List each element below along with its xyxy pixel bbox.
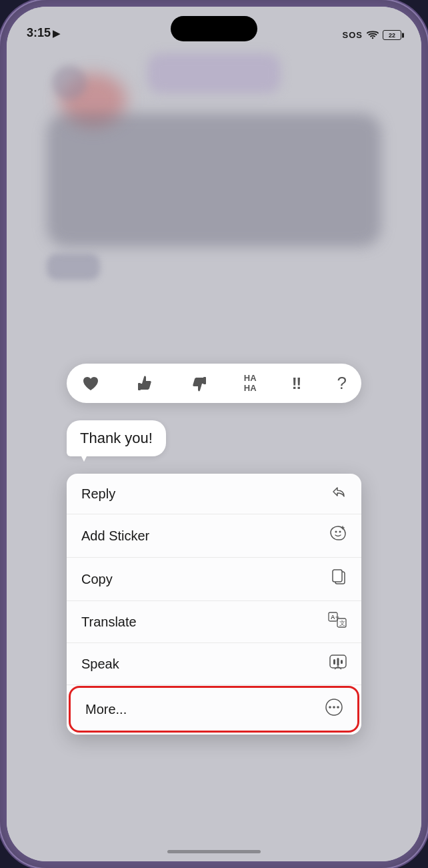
sos-indicator: SOS [343,30,363,40]
svg-point-16 [333,706,335,709]
home-indicator [167,850,261,853]
menu-item-add-sticker[interactable]: Add Sticker [67,514,361,558]
speak-icon [329,654,347,674]
haha-label: HAHA [244,374,257,393]
wifi-icon [367,31,379,40]
phone-screen: 3:15 ▶ SOS 22 [7,7,421,861]
context-menu: Reply Add Sticker [67,474,361,735]
bg-blur-3 [47,113,381,247]
reaction-thumbs-down[interactable] [190,374,209,393]
menu-item-copy[interactable]: Copy [67,558,361,601]
question-label: ? [337,373,347,394]
reaction-thumbs-up[interactable] [135,374,154,393]
svg-rect-1 [203,377,206,384]
menu-item-reply[interactable]: Reply [67,474,361,514]
svg-point-17 [337,706,339,709]
copy-icon [331,568,347,590]
svg-point-3 [335,531,337,533]
menu-item-speak[interactable]: Speak [67,643,361,685]
bg-blur-1 [147,53,281,93]
svg-rect-5 [333,570,342,582]
reaction-bar: HAHA ‼ ? [67,364,361,403]
reaction-heart[interactable] [81,375,100,392]
menu-item-more[interactable]: More... [71,688,357,731]
add-sticker-icon [329,525,347,546]
more-label: More... [85,702,127,717]
more-icon [325,699,343,720]
speak-label: Speak [81,657,119,672]
svg-rect-11 [333,659,335,665]
bg-blur-4 [47,254,100,280]
battery-level: 22 [389,32,395,39]
translate-icon: A 文 [328,612,347,632]
svg-rect-0 [138,383,141,390]
phone-frame: 3:15 ▶ SOS 22 [0,0,428,868]
reply-label: Reply [81,486,115,502]
reaction-haha[interactable]: HAHA [244,374,257,393]
dynamic-island [171,16,257,41]
svg-text:文: 文 [339,620,345,626]
svg-rect-13 [341,660,343,664]
message-bubble: Thank you! [67,420,166,456]
exclamation-label: ‼ [292,374,302,393]
location-icon: ▶ [53,28,60,39]
svg-point-15 [329,706,331,709]
reply-icon [331,484,347,503]
add-sticker-label: Add Sticker [81,528,149,544]
svg-point-2 [339,531,341,533]
reaction-exclamation[interactable]: ‼ [292,374,302,393]
copy-label: Copy [81,572,113,587]
avatar-blurred [52,65,87,100]
svg-text:A: A [331,614,335,620]
time-display: 3:15 [27,26,51,40]
svg-rect-12 [337,658,339,666]
message-text: Thank you! [80,430,153,446]
status-time: 3:15 ▶ [27,26,60,40]
battery-indicator: 22 [383,30,401,40]
reaction-question[interactable]: ? [337,373,347,394]
translate-label: Translate [81,614,137,630]
more-item-wrapper: More... [71,688,357,731]
status-icons: SOS 22 [343,30,401,40]
menu-item-translate[interactable]: Translate A 文 [67,601,361,643]
